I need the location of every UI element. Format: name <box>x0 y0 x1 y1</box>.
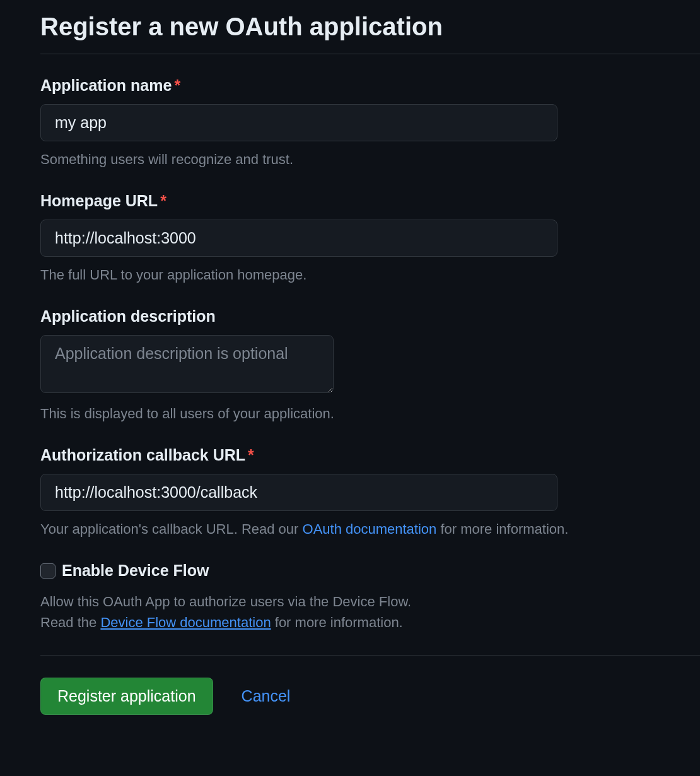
register-application-button[interactable]: Register application <box>40 678 213 715</box>
app-name-input[interactable] <box>40 104 557 141</box>
description-input[interactable] <box>40 335 334 393</box>
device-flow-help-prefix: Read the <box>40 614 100 630</box>
callback-help-prefix: Your application's callback URL. Read ou… <box>40 521 303 537</box>
device-flow-help-line1: Allow this OAuth App to authorize users … <box>40 591 700 612</box>
app-name-label-text: Application name <box>40 76 172 94</box>
device-flow-group: Enable Device Flow Allow this OAuth App … <box>40 561 700 633</box>
description-label-text: Application description <box>40 307 216 325</box>
homepage-url-label-text: Homepage URL <box>40 192 158 209</box>
device-flow-documentation-link[interactable]: Device Flow documentation <box>100 614 271 630</box>
device-flow-help-line2: Read the Device Flow documentation for m… <box>40 612 700 633</box>
description-label: Application description <box>40 307 700 326</box>
cancel-link[interactable]: Cancel <box>242 687 291 705</box>
callback-url-group: Authorization callback URL* Your applica… <box>40 446 700 539</box>
device-flow-help-suffix: for more information. <box>271 614 403 630</box>
app-name-help: Something users will recognize and trust… <box>40 149 700 170</box>
callback-url-input[interactable] <box>40 474 557 511</box>
homepage-url-group: Homepage URL* The full URL to your appli… <box>40 192 700 285</box>
description-group: Application description This is displaye… <box>40 307 700 424</box>
page-title: Register a new OAuth application <box>40 13 700 41</box>
callback-url-label-text: Authorization callback URL <box>40 446 245 464</box>
callback-help-suffix: for more information. <box>436 521 568 537</box>
homepage-url-help: The full URL to your application homepag… <box>40 264 700 285</box>
description-help: This is displayed to all users of your a… <box>40 403 700 424</box>
required-asterisk-icon: * <box>248 446 254 464</box>
app-name-group: Application name* Something users will r… <box>40 76 700 170</box>
callback-url-label: Authorization callback URL* <box>40 446 700 464</box>
actions-divider <box>40 655 700 655</box>
callback-url-help: Your application's callback URL. Read ou… <box>40 519 700 539</box>
device-flow-label: Enable Device Flow <box>62 561 209 580</box>
homepage-url-label: Homepage URL* <box>40 192 700 210</box>
app-name-label: Application name* <box>40 76 700 95</box>
title-divider <box>40 54 700 54</box>
oauth-documentation-link[interactable]: OAuth documentation <box>303 521 437 537</box>
device-flow-checkbox-wrapper: Enable Device Flow <box>40 561 700 580</box>
required-asterisk-icon: * <box>174 76 180 94</box>
required-asterisk-icon: * <box>160 192 166 209</box>
button-row: Register application Cancel <box>40 678 700 715</box>
homepage-url-input[interactable] <box>40 220 557 257</box>
device-flow-help: Allow this OAuth App to authorize users … <box>40 591 700 633</box>
device-flow-checkbox[interactable] <box>40 563 55 579</box>
